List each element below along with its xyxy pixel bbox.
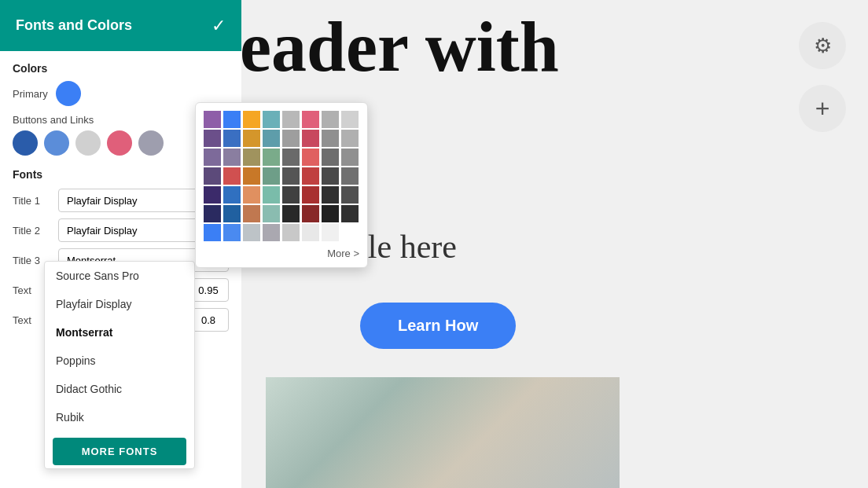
color-cell[interactable] [322, 205, 339, 222]
confirm-button[interactable]: ✓ [211, 16, 226, 36]
color-cell[interactable] [322, 111, 339, 128]
color-cell[interactable] [341, 205, 359, 222]
color-cell[interactable] [302, 186, 319, 204]
color-cell[interactable] [243, 111, 260, 128]
color-cell[interactable] [322, 149, 339, 166]
color-cell[interactable] [204, 149, 221, 166]
color-cell[interactable] [282, 186, 300, 204]
color-cell[interactable] [243, 130, 260, 147]
plus-icon: + [815, 94, 830, 123]
color-cell[interactable] [341, 130, 359, 147]
color-cell[interactable] [302, 111, 319, 128]
color-cell[interactable] [223, 149, 241, 166]
color-cell[interactable] [243, 149, 260, 166]
color-cell[interactable] [322, 186, 339, 204]
color-cell[interactable] [243, 167, 260, 185]
font-option-playfair-display[interactable]: Playfair Display [45, 290, 194, 318]
color-cell[interactable] [322, 167, 339, 185]
settings-button[interactable]: ⚙ [799, 22, 846, 69]
photo-area [266, 377, 620, 488]
color-cell[interactable] [204, 186, 221, 204]
color-cell[interactable] [282, 167, 300, 185]
color-cell[interactable] [282, 130, 300, 147]
color-cell[interactable] [282, 205, 300, 222]
color-cell[interactable] [223, 167, 241, 185]
colors-section-label: Colors [13, 62, 229, 75]
font-dropdown: Source Sans Pro Playfair Display Montser… [44, 261, 195, 469]
color-cell[interactable] [341, 111, 359, 128]
sidebar-header: Fonts and Colors ✓ [0, 0, 241, 51]
color-cell[interactable] [263, 167, 280, 185]
color-cell[interactable] [302, 224, 319, 241]
color-cell[interactable] [341, 224, 359, 241]
color-cell[interactable] [263, 130, 280, 147]
color-cell[interactable] [204, 130, 221, 147]
gear-icon: ⚙ [814, 34, 832, 58]
color-cell[interactable] [302, 167, 319, 185]
color-cell[interactable] [341, 149, 359, 166]
primary-color-swatch[interactable] [56, 81, 81, 106]
swatch-3[interactable] [75, 130, 101, 156]
color-cell[interactable] [223, 224, 241, 241]
color-cell[interactable] [263, 186, 280, 204]
color-cell[interactable] [263, 205, 280, 222]
color-cell[interactable] [243, 186, 260, 204]
color-cell[interactable] [204, 167, 221, 185]
font-option-source-sans-pro[interactable]: Source Sans Pro [45, 262, 194, 290]
color-cell[interactable] [322, 130, 339, 147]
color-cell[interactable] [302, 130, 319, 147]
font-option-poppins[interactable]: Poppins [45, 347, 194, 375]
color-cell[interactable] [223, 186, 241, 204]
swatch-5[interactable] [138, 130, 164, 156]
color-cell[interactable] [282, 224, 300, 241]
color-cell[interactable] [243, 205, 260, 222]
color-cell[interactable] [282, 149, 300, 166]
color-cell[interactable] [263, 149, 280, 166]
color-grid [204, 111, 359, 241]
add-button[interactable]: + [799, 85, 846, 132]
color-cell[interactable] [223, 205, 241, 222]
swatch-2[interactable] [44, 130, 69, 156]
learn-how-button[interactable]: Learn How [360, 303, 516, 349]
sidebar-title: Fonts and Colors [16, 17, 132, 34]
color-cell[interactable] [341, 186, 359, 204]
color-cell[interactable] [263, 224, 280, 241]
color-cell[interactable] [282, 111, 300, 128]
color-cell[interactable] [223, 111, 241, 128]
color-cell[interactable] [243, 224, 260, 241]
title1-label: Title 1 [13, 195, 52, 207]
primary-label: Primary [13, 88, 48, 100]
color-picker-popup: More > [195, 102, 368, 268]
color-cell[interactable] [204, 205, 221, 222]
color-cell[interactable] [302, 205, 319, 222]
color-cell[interactable] [204, 111, 221, 128]
more-fonts-button[interactable]: MORE FONTS [53, 438, 186, 465]
color-cell[interactable] [302, 149, 319, 166]
font-option-montserrat[interactable]: Montserrat [45, 318, 194, 347]
swatch-4[interactable] [107, 130, 132, 156]
color-cell[interactable] [322, 224, 339, 241]
font-option-didact-gothic[interactable]: Didact Gothic [45, 375, 194, 403]
more-colors-link[interactable]: More > [204, 248, 359, 259]
color-cell[interactable] [341, 167, 359, 185]
swatch-1[interactable] [13, 130, 38, 156]
font-option-rubik[interactable]: Rubik [45, 403, 194, 431]
title2-label: Title 2 [13, 225, 52, 237]
color-cell[interactable] [263, 111, 280, 128]
color-cell[interactable] [204, 224, 221, 241]
color-cell[interactable] [223, 130, 241, 147]
